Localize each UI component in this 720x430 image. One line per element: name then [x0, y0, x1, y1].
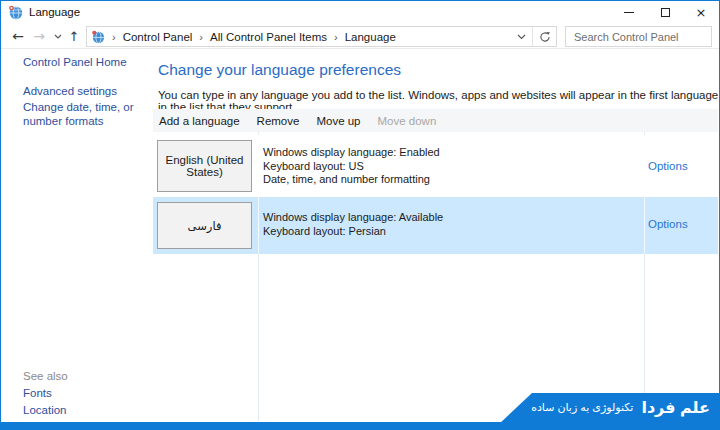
watermark-ribbon: علم فردا تکنولوژی به زبان ساده [499, 393, 719, 424]
address-dropdown-button[interactable] [510, 27, 532, 46]
address-bar[interactable]: › Control Panel › All Control Panel Item… [86, 26, 557, 47]
move-up-button[interactable]: Move up [315, 115, 361, 127]
sidebar-item-location[interactable]: Location [23, 404, 147, 418]
watermark-brand: علم فردا [641, 398, 710, 417]
sidebar-item-advanced-settings[interactable]: Advanced settings [23, 85, 147, 99]
detail-line: Keyboard layout: Persian [263, 225, 443, 239]
list-column-divider [644, 197, 645, 254]
maximize-button[interactable] [647, 1, 683, 23]
language-name: English (United States) [164, 154, 245, 178]
add-language-button[interactable]: Add a language [158, 115, 241, 127]
window-title: Language [29, 6, 80, 18]
language-toolbar: Add a language Remove Move up Move down [153, 109, 718, 132]
breadcrumb: › Control Panel › All Control Panel Item… [105, 31, 396, 43]
chevron-right-icon: › [112, 31, 116, 43]
minimize-button[interactable] [611, 1, 647, 23]
search-input[interactable] [566, 31, 720, 43]
forward-button[interactable]: → [29, 23, 49, 49]
chevron-right-icon: › [199, 31, 203, 43]
see-also-header: See also [23, 370, 68, 382]
language-name: فارسی [188, 219, 222, 233]
back-button[interactable]: ← [7, 23, 29, 49]
language-name-box[interactable]: English (United States) [157, 140, 252, 192]
language-details: Windows display language: Available Keyb… [263, 211, 443, 238]
minimize-icon [624, 12, 634, 13]
sidebar-item-fonts[interactable]: Fonts [23, 387, 147, 401]
detail-line: Keyboard layout: US [263, 160, 440, 174]
maximize-icon [661, 8, 670, 17]
sidebar: Control Panel Home Advanced settings Cha… [1, 49, 153, 421]
detail-line: Windows display language: Enabled [263, 146, 440, 160]
language-name-box[interactable]: فارسی [157, 202, 252, 249]
options-link-persian[interactable]: Options [648, 218, 688, 230]
title-bar: Language × [1, 1, 719, 23]
breadcrumb-all-items[interactable]: All Control Panel Items [210, 31, 327, 43]
watermark-tagline: تکنولوژی به زبان ساده [531, 401, 633, 414]
breadcrumb-language[interactable]: Language [345, 31, 396, 43]
up-button[interactable]: ↑ [65, 23, 83, 49]
detail-line: Date, time, and number formatting [263, 173, 440, 187]
sidebar-item-control-panel-home[interactable]: Control Panel Home [23, 56, 147, 70]
page-title: Change your language preferences [158, 61, 401, 79]
sidebar-item-change-date-time[interactable]: Change date, time, or number formats [23, 101, 147, 128]
search-box [565, 26, 712, 47]
remove-button[interactable]: Remove [256, 115, 301, 127]
close-button[interactable]: × [683, 1, 719, 23]
options-link-english[interactable]: Options [648, 160, 688, 172]
close-icon: × [696, 6, 707, 19]
language-row-english[interactable]: English (United States) Windows display … [153, 135, 718, 197]
language-details: Windows display language: Enabled Keyboa… [263, 146, 440, 187]
navigation-bar: ← → ↑ › Control Panel › All Control Pane… [1, 23, 719, 49]
language-window: Language × ← → ↑ › Control [0, 0, 720, 430]
recent-pages-dropdown[interactable] [51, 23, 65, 49]
refresh-button[interactable] [532, 27, 556, 46]
chevron-right-icon: › [334, 31, 338, 43]
detail-line: Windows display language: Available [263, 211, 443, 225]
move-down-button: Move down [377, 115, 438, 127]
list-column-divider [258, 197, 259, 254]
language-row-persian[interactable]: فارسی Windows display language: Availabl… [153, 197, 718, 254]
language-breadcrumb-icon [91, 30, 105, 44]
breadcrumb-control-panel[interactable]: Control Panel [123, 31, 193, 43]
language-app-icon [8, 5, 23, 20]
